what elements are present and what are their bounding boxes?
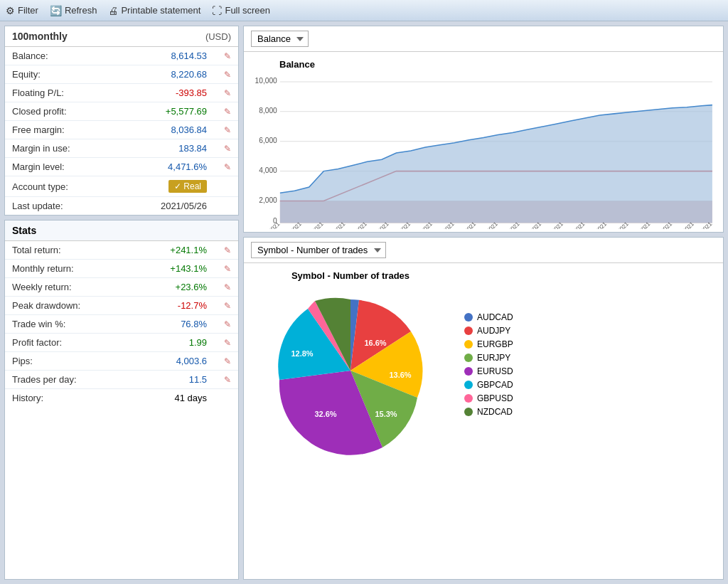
legend-label: AUDCAD	[477, 312, 513, 322]
stats-row-label: Weekly return:	[5, 278, 134, 297]
stats-row: Total return:+241.1%✎	[5, 241, 238, 260]
legend-item: AUDJPY	[464, 326, 513, 336]
left-panel: 100monthly (USD) Balance:8,614.53✎Equity…	[4, 26, 239, 580]
account-row: Margin level:4,471.6%✎	[5, 158, 238, 176]
svg-text:13.6%: 13.6%	[389, 371, 411, 379]
stats-row: Trades per day:11.5✎	[5, 371, 238, 389]
edit-icon[interactable]: ✎	[224, 88, 231, 98]
account-row-label: Account type:	[5, 176, 119, 197]
legend-label: AUDJPY	[477, 326, 510, 336]
account-row-label: Margin in use:	[5, 139, 119, 158]
account-row-value: 2021/05/26	[119, 197, 214, 216]
print-button[interactable]: 🖨 Printable statement	[108, 5, 200, 16]
svg-text:4,000: 4,000	[259, 166, 277, 174]
account-row-value: 8,614.53	[119, 47, 214, 65]
stats-row: Trade win %:76.8%✎	[5, 315, 238, 334]
main-content: 100monthly (USD) Balance:8,614.53✎Equity…	[0, 21, 728, 584]
legend-item: GBPCAD	[464, 380, 513, 390]
account-row-label: Margin level:	[5, 158, 119, 176]
edit-icon[interactable]: ✎	[224, 282, 231, 292]
edit-icon[interactable]: ✎	[224, 70, 231, 80]
legend-dot	[464, 408, 473, 416]
stats-row: Weekly return:+23.6%✎	[5, 278, 238, 297]
stats-row: Monthly return:+143.1%✎	[5, 260, 238, 278]
balance-chart-area: Balance 10,000 8,000 6,000 4,000 2,000 0	[244, 52, 723, 232]
account-currency: (USD)	[205, 31, 231, 42]
legend-dot	[464, 340, 473, 349]
account-card: 100monthly (USD) Balance:8,614.53✎Equity…	[4, 26, 239, 216]
filter-button[interactable]: ⚙ Filter	[6, 5, 38, 16]
edit-icon[interactable]: ✎	[224, 356, 231, 366]
svg-text:32.6%: 32.6%	[314, 410, 336, 418]
refresh-label: Refresh	[65, 5, 97, 16]
stats-row-value: 76.8%	[134, 315, 214, 334]
edit-icon[interactable]: ✎	[224, 319, 231, 329]
pie-legend: AUDCADAUDJPYEURGBPEURJPYEURUSDGBPCADGBPU…	[464, 312, 513, 417]
account-row-value: 183.84	[119, 139, 214, 158]
edit-icon[interactable]: ✎	[224, 245, 231, 255]
svg-text:15.3%: 15.3%	[375, 410, 397, 418]
toolbar: ⚙ Filter 🔄 Refresh 🖨 Printable statement…	[0, 0, 728, 21]
legend-dot	[464, 354, 473, 362]
legend-label: EURGBP	[477, 339, 513, 349]
account-name: 100monthly	[12, 31, 68, 42]
edit-icon[interactable]: ✎	[224, 264, 231, 274]
account-row-value: +5,577.69	[119, 102, 214, 121]
account-table: Balance:8,614.53✎Equity:8,220.68✎Floatin…	[5, 47, 238, 215]
fullscreen-icon: ⛶	[212, 5, 222, 16]
edit-icon[interactable]: ✎	[224, 125, 231, 135]
account-row-label: Balance:	[5, 47, 119, 65]
legend-label: EURUSD	[477, 366, 513, 376]
legend-dot	[464, 313, 473, 322]
balance-dropdown[interactable]: Balance Equity Profit	[251, 31, 309, 47]
legend-dot	[464, 381, 473, 389]
account-row: Last update:2021/05/26	[5, 197, 238, 216]
balance-chart-card: Balance Equity Profit Balance 10,000 8,0…	[243, 26, 724, 233]
stats-row-value: 1.99	[134, 334, 214, 352]
svg-text:4/15/2021: 4/15/2021	[258, 221, 281, 229]
legend-dot	[464, 367, 473, 376]
account-row-label: Last update:	[5, 197, 119, 216]
account-row-value: 8,220.68	[119, 65, 214, 84]
stats-row-label: Trades per day:	[5, 371, 134, 389]
stats-row: Peak drawdown:-12.7%✎	[5, 297, 238, 315]
account-header: 100monthly (USD)	[5, 26, 238, 47]
refresh-button[interactable]: 🔄 Refresh	[50, 5, 97, 16]
stats-row-label: Pips:	[5, 352, 134, 371]
edit-icon[interactable]: ✎	[224, 301, 231, 311]
filter-label: Filter	[18, 5, 38, 16]
legend-item: EURUSD	[464, 366, 513, 376]
account-row: Free margin:8,036.84✎	[5, 121, 238, 139]
legend-label: EURJPY	[477, 353, 510, 363]
pie-svg: 16.6% 13.6% 15.3% 32.6% 12.8%	[251, 285, 450, 456]
edit-icon[interactable]: ✎	[224, 107, 231, 117]
edit-icon[interactable]: ✎	[224, 162, 231, 172]
svg-text:2,000: 2,000	[259, 196, 277, 204]
edit-icon[interactable]: ✎	[224, 51, 231, 61]
right-panel: Balance Equity Profit Balance 10,000 8,0…	[243, 26, 724, 580]
balance-chart-svg: 10,000 8,000 6,000 4,000 2,000 0	[251, 73, 716, 229]
account-row-value: 4,471.6%	[119, 158, 214, 176]
stats-table: Total return:+241.1%✎Monthly return:+143…	[5, 241, 238, 407]
account-row-label: Closed profit:	[5, 102, 119, 121]
stats-row-label: Profit factor:	[5, 334, 134, 352]
legend-dot	[464, 326, 473, 335]
edit-icon[interactable]: ✎	[224, 375, 231, 385]
pie-title: Symbol - Number of trades	[251, 270, 450, 281]
svg-text:10,000: 10,000	[255, 77, 278, 85]
fullscreen-button[interactable]: ⛶ Full screen	[212, 5, 270, 16]
svg-text:8,000: 8,000	[259, 107, 277, 115]
pie-chart-header: Symbol - Number of trades Symbol - Volum…	[244, 238, 723, 263]
stats-row-value: 4,003.6	[134, 352, 214, 371]
stats-row-label: Peak drawdown:	[5, 297, 134, 315]
pie-dropdown[interactable]: Symbol - Number of trades Symbol - Volum…	[251, 242, 386, 258]
edit-icon[interactable]: ✎	[224, 338, 231, 348]
print-icon: 🖨	[108, 5, 118, 16]
refresh-icon: 🔄	[50, 5, 62, 16]
stats-row-label: History:	[5, 389, 134, 408]
stats-row-value: +241.1%	[134, 241, 214, 260]
fullscreen-label: Full screen	[225, 5, 270, 16]
edit-icon[interactable]: ✎	[224, 144, 231, 154]
svg-text:16.6%: 16.6%	[364, 339, 386, 347]
account-row: Account type:✓ Real	[5, 176, 238, 197]
